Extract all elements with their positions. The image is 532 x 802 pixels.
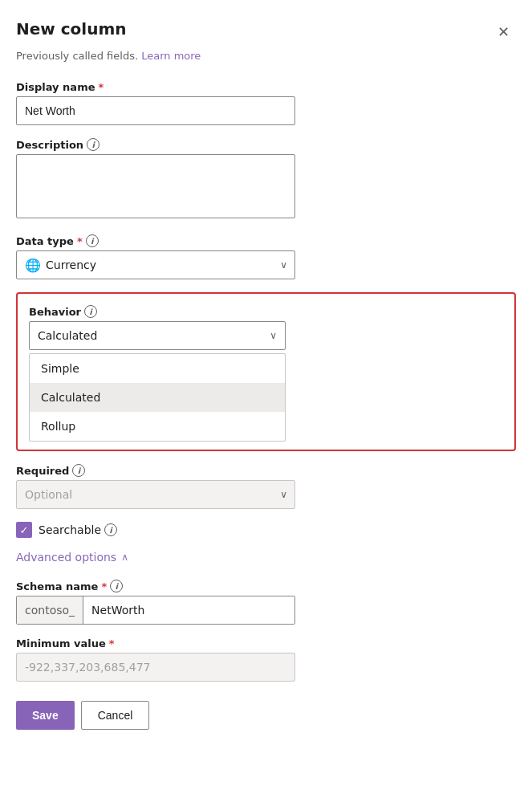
new-column-panel: New column ✕ Previously called fields. L… [0, 0, 532, 802]
behavior-options-list: Simple Calculated Rollup [29, 353, 286, 442]
footer-buttons: Save Cancel [16, 701, 516, 730]
save-button[interactable]: Save [16, 701, 75, 730]
schema-input-row[interactable]: contoso_ NetWorth [16, 596, 295, 625]
behavior-label: Behavior i [29, 305, 503, 318]
display-name-input[interactable] [16, 96, 295, 125]
advanced-options-chevron-icon: ∧ [121, 552, 128, 563]
data-type-select[interactable]: 🌐 Currency [16, 250, 295, 279]
data-type-label: Data type * i [16, 234, 516, 247]
behavior-select[interactable]: Calculated ∨ [29, 321, 286, 350]
description-label: Description i [16, 138, 516, 151]
panel-title: New column [16, 19, 127, 39]
schema-name-field: Schema name * i contoso_ NetWorth [16, 580, 516, 625]
description-input[interactable] [16, 154, 295, 218]
data-type-select-wrapper: 🌐 Currency ∨ [16, 250, 295, 279]
advanced-options-label: Advanced options [16, 551, 116, 564]
minimum-value-input[interactable]: -922,337,203,685,477 [16, 653, 295, 682]
description-field: Description i [16, 138, 516, 222]
cancel-button[interactable]: Cancel [81, 701, 150, 730]
searchable-label: Searchable i [39, 523, 117, 536]
behavior-section: Behavior i Calculated ∨ Simple Calculate… [16, 292, 516, 451]
behavior-chevron-icon: ∨ [270, 330, 277, 341]
data-type-info-icon: i [86, 234, 99, 247]
learn-more-link[interactable]: Learn more [141, 50, 201, 62]
required-star-schema: * [101, 580, 107, 592]
required-select-wrapper: Optional ∨ [16, 480, 295, 509]
searchable-info-icon: i [104, 523, 117, 536]
required-select[interactable]: Optional [16, 480, 295, 509]
checkbox-check-icon: ✓ [20, 524, 29, 536]
behavior-info-icon: i [84, 305, 97, 318]
display-name-field: Display name * [16, 81, 516, 125]
schema-name-info-icon: i [110, 580, 123, 592]
schema-name-label: Schema name * i [16, 580, 516, 592]
schema-prefix: contoso_ [17, 596, 83, 624]
subtitle: Previously called fields. Learn more [16, 50, 516, 62]
behavior-dropdown-container: Calculated ∨ Simple Calculated Rollup [29, 321, 286, 442]
required-star-data-type: * [77, 235, 83, 247]
required-star: * [99, 81, 104, 93]
minimum-value-field: Minimum value * -922,337,203,685,477 [16, 637, 516, 682]
required-field: Required i Optional ∨ [16, 464, 516, 509]
behavior-field: Behavior i Calculated ∨ Simple Calculate… [29, 305, 503, 442]
description-info-icon: i [87, 138, 99, 151]
required-info-icon: i [72, 464, 85, 477]
searchable-checkbox[interactable]: ✓ [16, 522, 32, 538]
data-type-field: Data type * i 🌐 Currency ∨ [16, 234, 516, 279]
close-icon: ✕ [497, 23, 510, 41]
advanced-options-toggle[interactable]: Advanced options ∧ [16, 551, 128, 564]
schema-suffix[interactable]: NetWorth [83, 596, 294, 624]
behavior-option-calculated[interactable]: Calculated [30, 383, 285, 412]
close-button[interactable]: ✕ [490, 19, 516, 45]
searchable-row: ✓ Searchable i [16, 522, 516, 538]
panel-header: New column ✕ [16, 19, 516, 45]
minimum-value-label: Minimum value * [16, 637, 516, 649]
currency-icon: 🌐 [25, 258, 41, 273]
display-name-label: Display name * [16, 81, 516, 93]
required-label: Required i [16, 464, 516, 477]
behavior-option-rollup[interactable]: Rollup [30, 412, 285, 441]
required-star-min: * [109, 637, 115, 649]
behavior-option-simple[interactable]: Simple [30, 354, 285, 383]
